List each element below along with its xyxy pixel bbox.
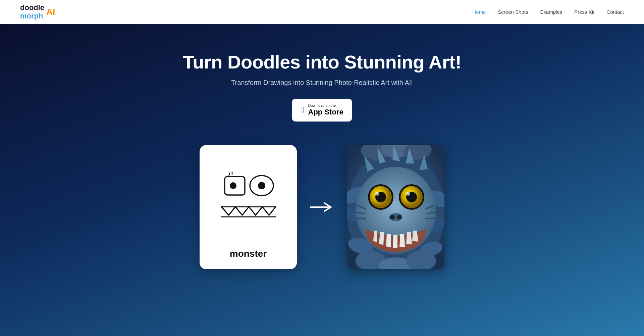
svg-line-48 — [357, 218, 366, 219]
nav-screenshots[interactable]: Screen Shots — [498, 9, 528, 15]
appstore-small-text: Download on the — [308, 103, 336, 108]
logo-ai: AI — [46, 7, 55, 17]
appstore-large-text: App Store — [308, 108, 343, 116]
svg-marker-41 — [386, 234, 391, 247]
svg-point-37 — [390, 215, 395, 220]
svg-point-3 — [258, 182, 265, 189]
logo-morph: morph — [20, 12, 43, 20]
hero-subtitle: Transform Drawings into Stunning Photo-R… — [231, 79, 413, 87]
navbar: doodle morph AI Home Screen Shots Exampl… — [0, 0, 644, 24]
nav-links: Home Screen Shots Examples Press Kit Con… — [472, 9, 624, 15]
nav-examples[interactable]: Examples — [540, 9, 562, 15]
nav-home[interactable]: Home — [472, 9, 486, 15]
logo: doodle morph AI — [20, 4, 55, 20]
svg-line-4 — [229, 173, 230, 176]
arrow — [310, 202, 334, 212]
nav-contact[interactable]: Contact — [606, 9, 624, 15]
svg-point-31 — [375, 192, 379, 196]
svg-marker-39 — [373, 231, 377, 242]
hero-title: Turn Doodles into Stunning Art! — [183, 51, 462, 73]
doodle-drawing-container — [215, 155, 282, 245]
nav-presskit[interactable]: Press Kit — [574, 9, 594, 15]
svg-line-51 — [426, 218, 435, 219]
ai-result-card — [347, 145, 444, 269]
apple-icon:  — [301, 105, 304, 115]
monster-label: monster — [230, 248, 267, 259]
hero-section: Turn Doodles into Stunning Art! Transfor… — [0, 24, 644, 336]
svg-point-1 — [230, 182, 236, 189]
arrow-icon — [310, 202, 334, 212]
svg-marker-44 — [406, 232, 412, 244]
svg-point-38 — [397, 215, 401, 220]
appstore-button[interactable]:  Download on the App Store — [292, 99, 352, 122]
doodle-monster-svg — [215, 163, 282, 237]
logo-doodle: doodle — [20, 3, 44, 12]
demo-section: monster — [200, 145, 444, 269]
svg-point-35 — [406, 192, 410, 196]
svg-marker-42 — [393, 235, 397, 248]
doodle-card: monster — [200, 145, 297, 269]
svg-marker-43 — [399, 234, 405, 247]
ai-monster-illustration — [347, 145, 444, 269]
